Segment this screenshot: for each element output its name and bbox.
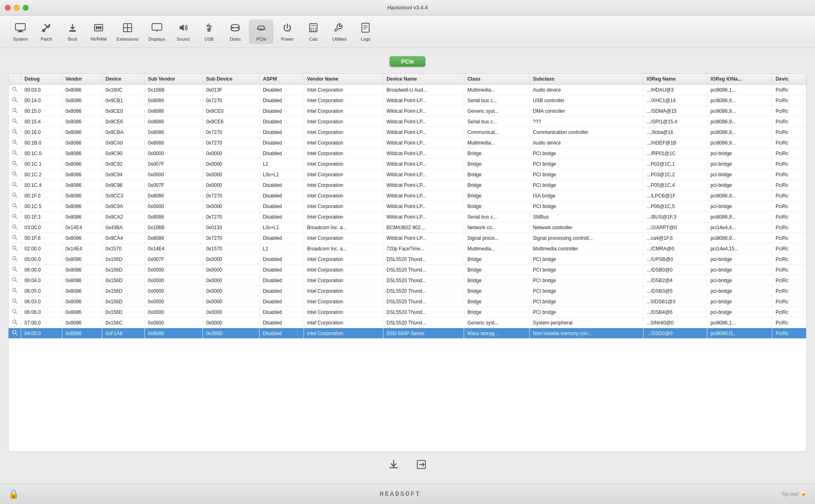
- table-row[interactable]: 00:1C.00x80860x9C900x00000x0000DisabledI…: [9, 148, 806, 159]
- search-icon[interactable]: [9, 318, 21, 328]
- table-row[interactable]: 00:1C.20x80860x9C940x00000x0000L0s+L1Int…: [9, 169, 806, 180]
- table-row[interactable]: 00:1C.10x80860x9C920x007F0x0000L1Intel C…: [9, 159, 806, 169]
- table-row[interactable]: 00:15.40x80860x9CE60x80860x9CE6DisabledI…: [9, 116, 806, 127]
- col-ioreg-name[interactable]: IOReg Name: [643, 74, 707, 85]
- table-row[interactable]: 00:1F.00x80860x9CC30x80860x7270DisabledI…: [9, 191, 806, 201]
- search-icon[interactable]: [9, 85, 21, 95]
- toolbar-item-usb[interactable]: USB: [197, 20, 221, 44]
- table-cell: 0x106B: [145, 85, 203, 95]
- table-row[interactable]: 03:00.00x14E40x43BA0x106B0x0133L0s+L1Bro…: [9, 222, 806, 233]
- toolbar-item-nvram[interactable]: NVRAM: [86, 20, 111, 44]
- table-row[interactable]: 00:16.00x80860x9CBA0x80860x7270DisabledI…: [9, 127, 806, 138]
- table-row[interactable]: 07:00.00x80860x156C0x00000x0000DisabledI…: [9, 318, 806, 328]
- search-icon[interactable]: [9, 116, 21, 127]
- action-row: [386, 452, 429, 480]
- col-devic[interactable]: Devic: [772, 74, 806, 85]
- table-row[interactable]: 06:05.00x80860x156D0x00000x0000DisabledI…: [9, 286, 806, 296]
- table-cell: Intel Corporation: [304, 328, 383, 339]
- table-row[interactable]: 02:00.00x14E40x15700x14E40x1570L1Broadco…: [9, 243, 806, 254]
- table-cell: pci8086,9...: [707, 191, 772, 201]
- close-button[interactable]: [5, 5, 11, 11]
- toolbar-item-power[interactable]: Power: [275, 20, 300, 44]
- svg-rect-11: [123, 28, 128, 32]
- col-ioreg-iona[interactable]: IOReg IONa...: [707, 74, 772, 85]
- toolbar-item-boot[interactable]: Boot: [60, 20, 85, 44]
- col-class[interactable]: Class: [464, 74, 529, 85]
- toolbar-item-calc[interactable]: Calc: [301, 20, 326, 44]
- toolbar-item-pcie[interactable]: PCIe: [249, 20, 273, 44]
- table-cell: PciRc: [772, 275, 806, 286]
- table-row[interactable]: 00:1F.60x80860x9CA40x80860x7270DisabledI…: [9, 233, 806, 243]
- search-icon[interactable]: [9, 212, 21, 222]
- table-cell: 0x7270: [203, 233, 259, 243]
- col-vendor[interactable]: Vendor: [62, 74, 102, 85]
- search-icon[interactable]: [9, 286, 21, 296]
- search-icon[interactable]: [9, 138, 21, 148]
- table-cell: 0x8086: [62, 116, 102, 127]
- table-row[interactable]: 06:00.00x80860x156D0x00000x0000DisabledI…: [9, 265, 806, 275]
- table-row[interactable]: 06:06.00x80860x156D0x00000x0000DisabledI…: [9, 307, 806, 318]
- toolbar-item-disks[interactable]: Disks: [223, 20, 247, 44]
- table-row[interactable]: 06:04.00x80860x156D0x00000x0000DisabledI…: [9, 275, 806, 286]
- minimize-button[interactable]: [14, 5, 20, 11]
- table-row[interactable]: 00:1B.00x80860x9CA00x80860x7270DisabledI…: [9, 138, 806, 148]
- table-cell: Serial bus c...: [464, 95, 529, 106]
- search-icon[interactable]: [9, 243, 21, 254]
- col-subclass[interactable]: Subclass: [529, 74, 643, 85]
- col-device-name[interactable]: Device Name: [383, 74, 464, 85]
- table-cell: pci8086,9...: [707, 116, 772, 127]
- col-sub-device[interactable]: Sub Device: [203, 74, 259, 85]
- table-cell: PCI bridge: [529, 159, 643, 169]
- search-icon[interactable]: [9, 296, 21, 307]
- table-row[interactable]: 00:15.00x80860x9CE00x80860x9CE0DisabledI…: [9, 106, 806, 116]
- utilities-icon: [334, 22, 345, 35]
- toolbar-item-patch[interactable]: Patch: [34, 20, 59, 44]
- table-row[interactable]: 05:00.00x80860x156D0x007F0x0000DisabledI…: [9, 254, 806, 265]
- table-row[interactable]: 00:1C.50x80860x9C9A0x00000x0000DisabledI…: [9, 201, 806, 212]
- table-cell: 05:00.0: [21, 254, 62, 265]
- search-icon[interactable]: [9, 159, 21, 169]
- search-icon[interactable]: [9, 169, 21, 180]
- export-button[interactable]: [414, 457, 429, 475]
- search-icon[interactable]: [9, 191, 21, 201]
- toolbar-item-utilities[interactable]: Utilities: [327, 20, 352, 44]
- table-row[interactable]: 00:03.00x80860x160C0x106B0x013FDisabledI…: [9, 85, 806, 95]
- toolbar-item-displays[interactable]: Displays: [144, 20, 170, 44]
- table-row[interactable]: 00:14.00x80860x9CB10x80860x7270DisabledI…: [9, 95, 806, 106]
- search-icon[interactable]: [9, 265, 21, 275]
- search-icon[interactable]: [9, 254, 21, 265]
- svg-point-27: [313, 30, 314, 31]
- table-row[interactable]: 04:00.00x80860xF1A80x80860x390DDisabledI…: [9, 328, 806, 339]
- col-aspm[interactable]: ASPM: [259, 74, 304, 85]
- toolbar-item-extensions[interactable]: Extensions: [112, 20, 143, 44]
- toolbar-item-logs[interactable]: Logs: [353, 20, 378, 44]
- search-icon[interactable]: [9, 233, 21, 243]
- window-controls[interactable]: [5, 5, 29, 11]
- toolbar-item-sound[interactable]: Sound: [171, 20, 195, 44]
- col-sub-vendor[interactable]: Sub Vendor: [145, 74, 203, 85]
- search-icon[interactable]: [9, 328, 21, 339]
- svg-rect-19: [260, 29, 260, 30]
- search-icon[interactable]: [9, 148, 21, 159]
- search-icon[interactable]: [9, 127, 21, 138]
- maximize-button[interactable]: [23, 5, 29, 11]
- table-row[interactable]: 00:1C.40x80860x9C980x007F0x0000DisabledI…: [9, 180, 806, 191]
- table-row[interactable]: 06:03.00x80860x156D0x00000x0000DisabledI…: [9, 296, 806, 307]
- search-icon[interactable]: [9, 307, 21, 318]
- table-cell: ...P06@1C,5: [643, 201, 707, 212]
- search-icon[interactable]: [9, 275, 21, 286]
- col-vendor-name[interactable]: Vendor Name: [304, 74, 383, 85]
- table-row[interactable]: 00:1F.30x80860x9CA20x80860x7270DisabledI…: [9, 212, 806, 222]
- table-cell: 0x106B: [145, 222, 203, 233]
- search-icon[interactable]: [9, 95, 21, 106]
- pcie-table-container[interactable]: Debug Vendor Device Sub Vendor Sub Devic…: [8, 73, 807, 452]
- search-icon[interactable]: [9, 222, 21, 233]
- table-cell: Wildcat Point-LP...: [383, 169, 464, 180]
- import-button[interactable]: [386, 457, 401, 475]
- search-icon[interactable]: [9, 180, 21, 191]
- search-icon[interactable]: [9, 201, 21, 212]
- toolbar-item-system[interactable]: System: [8, 20, 33, 44]
- search-icon[interactable]: [9, 106, 21, 116]
- col-device[interactable]: Device: [102, 74, 144, 85]
- col-debug[interactable]: Debug: [21, 74, 62, 85]
